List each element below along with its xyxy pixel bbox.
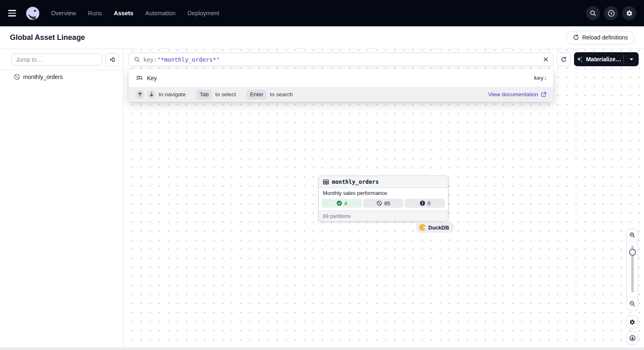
refresh-icon [560,56,567,63]
asset-node-description: Monthly sales performance [319,188,448,198]
suggestion-syntax-hint: key: [534,75,547,81]
settings-button[interactable] [622,6,636,20]
search-icon [134,56,140,63]
top-navigation-bar: Overview Runs Assets Automation Deployme… [0,0,644,26]
suggestion-label: Key [147,75,157,81]
refresh-graph-button[interactable] [557,53,571,66]
check-circle-icon [336,200,342,206]
tab-key: Tab [196,90,212,100]
primary-nav: Overview Runs Assets Automation Deployme… [51,10,219,16]
horizontal-scrollbar [0,348,644,350]
filter-query-value: "*monthly_orders*" [157,56,220,63]
materialized-count: 4 [344,200,347,206]
nav-item-assets[interactable]: Assets [114,10,133,16]
zoom-slider [627,241,638,297]
external-link-icon [541,92,546,97]
failed-count-badge[interactable]: 0 [405,199,445,208]
reload-definitions-label: Reload definitions [582,34,628,41]
zoom-controls [626,229,638,311]
dagster-logo[interactable] [26,7,40,20]
help-icon: ? [608,10,615,17]
sparkles-icon [576,56,583,63]
search-hint: to search [270,91,293,97]
caret-down-icon [629,58,634,61]
navigate-hint: to navigate [159,91,186,97]
zoom-out-button[interactable] [627,297,638,311]
search-icon [590,10,596,16]
global-asset-lineage-screen: Overview Runs Assets Automation Deployme… [0,0,644,350]
asset-node-badges: 4 85 0 [319,198,448,211]
gear-icon [629,319,635,325]
filter-query-text: key:"*monthly_orders*" [143,56,219,63]
reload-icon [573,34,579,41]
graph-settings-button[interactable] [626,315,638,329]
collapse-panel-icon [109,56,115,63]
asset-node-partitions: 89 partitions [319,211,448,221]
zoom-in-icon [629,232,635,238]
slash-circle-icon [376,200,382,206]
sidebar-item-monthly-orders[interactable]: monthly_orders [0,70,123,83]
gear-icon [626,10,633,17]
menu-button[interactable] [8,7,20,19]
help-button[interactable]: ? [604,6,618,20]
asset-node-name: monthly_orders [332,178,379,185]
materialize-split-button: Materialize… [574,52,639,66]
search-suggestions-dropdown: Key key: to navigate Tab to select Enter… [128,69,553,102]
duckdb-icon [419,224,426,231]
jump-to-input[interactable] [11,53,102,66]
view-documentation-label: View documentation [488,91,538,97]
sidebar-search-row [0,49,123,70]
nav-item-overview[interactable]: Overview [51,10,76,16]
suggestions-footer: to navigate Tab to select Enter to searc… [128,87,553,102]
missing-count-badge[interactable]: 85 [363,199,404,208]
select-hint: to select [215,91,236,97]
page-header: Global Asset Lineage Reload definitions [0,26,644,49]
asset-node-header: monthly_orders [319,176,448,188]
nav-item-deployment[interactable]: Deployment [187,10,219,16]
asset-filter-input[interactable]: key:"*monthly_orders*" [128,53,553,66]
download-view-button[interactable] [626,331,638,345]
svg-text:?: ? [610,11,612,16]
materialized-count-badge[interactable]: 4 [322,199,362,208]
page-title: Global Asset Lineage [10,33,85,42]
table-icon [323,179,329,185]
view-documentation-link[interactable]: View documentation [488,91,546,97]
topnav-actions: ? [586,6,636,20]
failed-count: 0 [427,200,430,206]
suggestion-item-key[interactable]: Key key: [128,69,553,87]
filter-query-prefix: key: [143,56,157,63]
arrow-down-icon [149,92,154,97]
asset-node-monthly-orders[interactable]: monthly_orders Monthly sales performance… [318,176,448,222]
arrow-circle-down-icon [629,335,636,341]
arrow-up-key [135,90,145,99]
sidebar-item-label: monthly_orders [23,74,63,80]
slash-circle-icon [14,74,20,80]
materialize-options-button[interactable] [624,52,639,66]
clear-filter-button[interactable] [543,56,549,63]
arrow-up-icon [138,92,142,97]
arrow-down-key [147,90,156,99]
clear-icon [543,56,549,63]
collapse-panel-button[interactable] [105,53,119,66]
materialize-button[interactable]: Materialize… [574,52,623,66]
nav-item-automation[interactable]: Automation [145,10,175,16]
lineage-sidebar: monthly_orders [0,49,124,348]
storage-kind-tag-duckdb[interactable]: DuckDB [416,222,453,233]
enter-key: Enter [247,90,266,100]
missing-count: 85 [384,200,390,206]
storage-kind-label: DuckDB [428,225,449,231]
menu-icon [8,10,16,11]
materialize-label: Materialize… [586,56,621,63]
manage-search-icon [136,74,143,81]
alert-circle-icon [420,200,425,206]
zoom-in-button[interactable] [627,229,638,241]
zoom-slider-handle[interactable] [629,249,636,256]
nav-item-runs[interactable]: Runs [88,10,102,16]
zoom-out-icon [629,301,635,307]
reload-definitions-button[interactable]: Reload definitions [566,31,635,44]
global-search-button[interactable] [586,6,600,20]
